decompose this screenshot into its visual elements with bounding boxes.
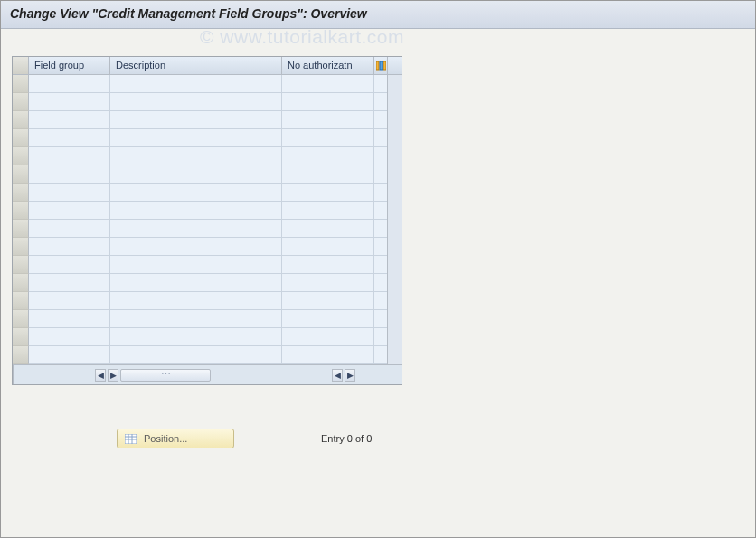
cell-padding: [374, 292, 387, 310]
row-selector[interactable]: [13, 238, 29, 256]
cell-field-group[interactable]: [29, 346, 110, 364]
cell-description[interactable]: [110, 328, 282, 346]
cell-field-group[interactable]: [29, 256, 110, 274]
scroll-right-button-inner[interactable]: ▶: [108, 369, 118, 382]
row-selector[interactable]: [13, 129, 29, 147]
cell-field-group[interactable]: [29, 111, 110, 129]
cell-field-group[interactable]: [29, 274, 110, 292]
cell-no-authorization[interactable]: [282, 256, 374, 274]
cell-description[interactable]: [110, 346, 282, 364]
table-icon: [125, 434, 137, 444]
cell-description[interactable]: [110, 238, 282, 256]
cell-description[interactable]: [110, 292, 282, 310]
cell-no-authorization[interactable]: [282, 220, 374, 238]
cell-field-group[interactable]: [29, 93, 110, 111]
cell-field-group[interactable]: [29, 292, 110, 310]
cell-field-group[interactable]: [29, 310, 110, 328]
cell-no-authorization[interactable]: [282, 147, 374, 165]
cell-field-group[interactable]: [29, 147, 110, 165]
position-bar: Position... Entry 0 of 0: [117, 429, 755, 448]
cell-no-authorization[interactable]: [282, 129, 374, 147]
cell-no-authorization[interactable]: [282, 310, 374, 328]
table-row: [13, 274, 402, 292]
horizontal-scroll-thumb[interactable]: ⋯: [120, 369, 211, 382]
table-row: [13, 328, 402, 346]
row-selector[interactable]: [13, 147, 29, 165]
row-selector[interactable]: [13, 165, 29, 184]
cell-padding: [374, 165, 387, 184]
row-selector[interactable]: [13, 256, 29, 274]
cell-field-group[interactable]: [29, 202, 110, 220]
row-selector[interactable]: [13, 328, 29, 346]
cell-description[interactable]: [110, 202, 282, 220]
cell-description[interactable]: [110, 147, 282, 165]
vertical-scrollbar-track[interactable]: [387, 75, 402, 364]
cell-field-group[interactable]: [29, 75, 110, 93]
columns-icon: [376, 61, 386, 71]
table-row: [13, 310, 402, 328]
cell-padding: [374, 93, 387, 111]
svg-rect-1: [380, 61, 383, 70]
row-selector[interactable]: [13, 292, 29, 310]
cell-no-authorization[interactable]: [282, 75, 374, 93]
column-header-no-authorization[interactable]: No authorizatn: [282, 57, 374, 75]
table-settings-button[interactable]: [374, 57, 387, 75]
cell-no-authorization[interactable]: [282, 238, 374, 256]
cell-description[interactable]: [110, 165, 282, 184]
row-selector[interactable]: [13, 220, 29, 238]
data-grid: Field group Description No authorizatn ▲…: [12, 56, 402, 385]
cell-field-group[interactable]: [29, 129, 110, 147]
scroll-left-button-end[interactable]: ◀: [332, 369, 343, 382]
cell-description[interactable]: [110, 111, 282, 129]
cell-description[interactable]: [110, 129, 282, 147]
cell-no-authorization[interactable]: [282, 165, 374, 184]
cell-field-group[interactable]: [29, 328, 110, 346]
cell-padding: [374, 328, 387, 346]
row-selector[interactable]: [13, 93, 29, 111]
row-selector[interactable]: [13, 75, 29, 93]
cell-field-group[interactable]: [29, 220, 110, 238]
position-button[interactable]: Position...: [117, 429, 234, 448]
cell-field-group[interactable]: [29, 165, 110, 184]
cell-padding: [374, 274, 387, 292]
cell-padding: [374, 75, 387, 93]
cell-no-authorization[interactable]: [282, 292, 374, 310]
table-row: [13, 346, 402, 364]
table-row: [13, 147, 402, 165]
row-selector[interactable]: [13, 202, 29, 220]
cell-field-group[interactable]: [29, 184, 110, 202]
row-selector[interactable]: [13, 184, 29, 202]
table-row: [13, 165, 402, 184]
cell-description[interactable]: [110, 256, 282, 274]
select-all-cell[interactable]: [13, 57, 29, 75]
cell-field-group[interactable]: [29, 238, 110, 256]
cell-no-authorization[interactable]: [282, 346, 374, 364]
row-selector[interactable]: [13, 310, 29, 328]
cell-no-authorization[interactable]: [282, 202, 374, 220]
cell-padding: [374, 346, 387, 364]
cell-no-authorization[interactable]: [282, 93, 374, 111]
cell-no-authorization[interactable]: [282, 111, 374, 129]
cell-description[interactable]: [110, 93, 282, 111]
cell-no-authorization[interactable]: [282, 184, 374, 202]
cell-padding: [374, 256, 387, 274]
column-header-field-group[interactable]: Field group: [29, 57, 110, 75]
cell-description[interactable]: [110, 220, 282, 238]
scroll-left-button[interactable]: ◀: [95, 369, 106, 382]
cell-padding: [374, 184, 387, 202]
horizontal-scrollbar: ◀ ▶ ⋯ ◀ ▶: [14, 365, 437, 384]
row-selector[interactable]: [13, 274, 29, 292]
table-row: [13, 111, 402, 129]
cell-no-authorization[interactable]: [282, 328, 374, 346]
cell-description[interactable]: [110, 184, 282, 202]
cell-no-authorization[interactable]: [282, 274, 374, 292]
cell-description[interactable]: [110, 310, 282, 328]
cell-description[interactable]: [110, 274, 282, 292]
column-header-description[interactable]: Description: [110, 57, 282, 75]
table-footer-row: ◀ ▶ ⋯ ◀ ▶: [13, 364, 402, 384]
cell-description[interactable]: [110, 75, 282, 93]
cell-padding: [374, 202, 387, 220]
scroll-right-button[interactable]: ▶: [345, 369, 355, 382]
row-selector[interactable]: [13, 111, 29, 129]
row-selector[interactable]: [13, 346, 29, 364]
